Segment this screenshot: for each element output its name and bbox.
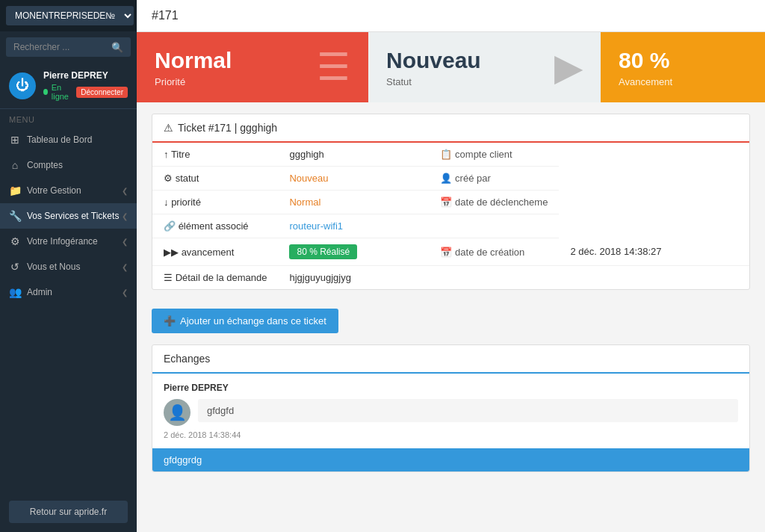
progress-value: 80 % bbox=[619, 48, 669, 73]
warning-icon: ⚠ bbox=[164, 122, 173, 134]
status-play-icon: ▶ bbox=[554, 46, 583, 89]
cree-par-icon: 👤 bbox=[440, 173, 452, 184]
priorite-value: Normal bbox=[278, 191, 429, 214]
table-row: ↑ Titre ggghigh 📋 compte client bbox=[152, 143, 749, 167]
avancement-label: ▶▶ avancement bbox=[152, 238, 278, 266]
element-label: 🔗 élément associé bbox=[152, 214, 278, 238]
exchange-bubble: 👤 gfdgfd bbox=[164, 399, 738, 426]
add-exchange-section: ➕ Ajouter un échange dans ce ticket bbox=[137, 301, 765, 344]
ticket-detail-section: ⚠ Ticket #171 | ggghigh ↑ Titre ggghigh … bbox=[152, 114, 750, 290]
menu-label: Menu bbox=[0, 109, 137, 127]
sidebar-item-votre-gestion[interactable]: 📁 Votre Gestion ❮ bbox=[0, 178, 137, 203]
progress-card: 80 % Avancement bbox=[601, 32, 765, 102]
date-declenchement-label: 📅 date de déclencheme bbox=[429, 191, 559, 214]
titre-icon: ↑ bbox=[164, 149, 169, 160]
detail-value: hjgjguyugjgjyg bbox=[278, 266, 749, 290]
chevron-right-icon: ❮ bbox=[122, 238, 128, 246]
search-container: 🔍 bbox=[0, 31, 137, 63]
sidebar-footer: Retour sur apride.fr bbox=[0, 492, 137, 532]
table-row: ▶▶ avancement 80 % Réalisé 📅 date de cré… bbox=[152, 238, 749, 266]
dashboard-icon: ⊞ bbox=[9, 134, 21, 146]
progress-label: Avancement bbox=[619, 76, 672, 87]
table-row: ⚙ statut Nouveau 👤 créé par bbox=[152, 167, 749, 191]
avancement-icon: ▶▶ bbox=[164, 247, 179, 258]
table-row: ☰ Détail de la demande hjgjguyugjgjyg bbox=[152, 266, 749, 290]
status-value: Nouveau bbox=[386, 48, 481, 73]
exchanges-title: Echanges bbox=[152, 345, 749, 374]
priority-icon: ☰ bbox=[317, 46, 350, 89]
sidebar-item-label: Comptes bbox=[27, 160, 63, 170]
cree-par-label: 👤 créé par bbox=[429, 167, 559, 191]
date-creation-value: 2 déc. 2018 14:38:27 bbox=[559, 238, 749, 266]
chevron-right-icon: ❮ bbox=[122, 212, 128, 220]
ticket-section-title: Ticket #171 | ggghigh bbox=[178, 122, 277, 134]
table-row: ↓ priorité Normal 📅 date de déclencheme bbox=[152, 191, 749, 214]
calendar-icon: 📅 bbox=[440, 197, 452, 208]
user-status-row: En ligne Déconnecter bbox=[43, 83, 128, 101]
sidebar-top: MONENTREPRISEDE№ ⊞ bbox=[0, 0, 137, 31]
status-cards: Normal Priorité ☰ Nouveau Statut ▶ 80 % … bbox=[137, 32, 765, 102]
vous-et-nous-icon: ↺ bbox=[9, 261, 21, 273]
date-creation-label: date de création bbox=[455, 247, 524, 258]
search-icon: 🔍 bbox=[111, 42, 123, 53]
priority-value: Normal bbox=[155, 48, 232, 73]
status-card: Nouveau Statut ▶ bbox=[368, 32, 601, 102]
statut-icon: ⚙ bbox=[164, 173, 173, 184]
back-button[interactable]: Retour sur apride.fr bbox=[9, 501, 128, 523]
sidebar-item-votre-infogerance[interactable]: ⚙ Votre Infogérance ❮ bbox=[0, 229, 137, 254]
titre-value: ggghigh bbox=[278, 143, 429, 167]
ticket-fields-table: ↑ Titre ggghigh 📋 compte client ⚙ statut… bbox=[152, 143, 749, 289]
sidebar-item-label: Vous et Nous bbox=[27, 262, 80, 272]
compte-client-icon: 📋 bbox=[440, 149, 452, 160]
exchange-time: 2 déc. 2018 14:38:44 bbox=[164, 430, 738, 439]
main-content: #171 Normal Priorité ☰ Nouveau Statut ▶ … bbox=[137, 0, 765, 532]
sidebar-item-label: Votre Gestion bbox=[27, 185, 81, 196]
statut-label: ⚙ statut bbox=[152, 167, 278, 191]
sidebar-item-vous-et-nous[interactable]: ↺ Vous et Nous ❮ bbox=[0, 254, 137, 279]
user-info-section: ⏻ Pierre DEPREY En ligne Déconnecter bbox=[0, 63, 137, 109]
table-row: 🔗 élément associé routeur-wifi1 bbox=[152, 214, 749, 238]
titre-label: ↑ Titre bbox=[152, 143, 278, 167]
user-details: Pierre DEPREY En ligne Déconnecter bbox=[43, 70, 128, 101]
sidebar-item-comptes[interactable]: ⌂ Comptes bbox=[0, 152, 137, 178]
sidebar: MONENTREPRISEDE№ ⊞ 🔍 ⏻ Pierre DEPREY En … bbox=[0, 0, 137, 532]
exchanges-section: Echanges Pierre DEPREY 👤 gfdgfd 2 déc. 2… bbox=[152, 344, 750, 472]
priority-label: Priorité bbox=[155, 76, 232, 87]
gestion-icon: 📁 bbox=[9, 185, 21, 197]
avatar: ⏻ bbox=[9, 72, 36, 99]
detail-label: ☰ Détail de la demande bbox=[152, 266, 278, 290]
chevron-right-icon: ❮ bbox=[122, 187, 128, 195]
sidebar-item-label: Admin bbox=[27, 287, 52, 297]
ticket-section-header: ⚠ Ticket #171 | ggghigh bbox=[152, 114, 749, 143]
sidebar-item-vos-services-tickets[interactable]: 🔧 Vos Services et Tickets ❮ bbox=[0, 203, 137, 229]
sidebar-item-admin[interactable]: 👥 Admin ❮ bbox=[0, 279, 137, 305]
sidebar-item-label: Votre Infogérance bbox=[27, 236, 98, 247]
exchange-item: Pierre DEPREY 👤 gfdgfd 2 déc. 2018 14:38… bbox=[152, 374, 749, 448]
priorite-icon: ↓ bbox=[164, 197, 169, 208]
compte-client-label: 📋 compte client bbox=[429, 143, 559, 167]
status-label: Statut bbox=[386, 76, 481, 87]
status-dot bbox=[43, 89, 48, 95]
plus-icon: ➕ bbox=[164, 315, 176, 327]
sidebar-item-label: Tableau de Bord bbox=[27, 134, 92, 145]
ticket-number-header: #171 bbox=[137, 0, 765, 32]
user-name: Pierre DEPREY bbox=[43, 70, 128, 81]
sidebar-item-tableau-de-bord[interactable]: ⊞ Tableau de Bord bbox=[0, 127, 137, 152]
element-value[interactable]: routeur-wifi1 bbox=[278, 214, 559, 238]
add-exchange-button[interactable]: ➕ Ajouter un échange dans ce ticket bbox=[152, 309, 338, 333]
exchange-avatar: 👤 bbox=[164, 399, 191, 426]
disconnect-button[interactable]: Déconnecter bbox=[76, 87, 128, 98]
priority-card: Normal Priorité ☰ bbox=[137, 32, 368, 102]
company-select[interactable]: MONENTREPRISEDE№ bbox=[6, 6, 134, 25]
chevron-right-icon: ❮ bbox=[122, 288, 128, 297]
progress-badge: 80 % Réalisé bbox=[289, 244, 357, 259]
chevron-right-icon: ❮ bbox=[122, 263, 128, 271]
exchange-user-name: Pierre DEPREY bbox=[164, 383, 738, 393]
avancement-value-cell: 80 % Réalisé bbox=[278, 238, 429, 266]
sidebar-item-label: Vos Services et Tickets bbox=[27, 211, 119, 221]
services-icon: 🔧 bbox=[9, 210, 21, 222]
status-text: En ligne bbox=[52, 83, 73, 101]
statut-value: Nouveau bbox=[278, 167, 429, 191]
link-icon: 🔗 bbox=[164, 220, 176, 232]
priorite-label: ↓ priorité bbox=[152, 191, 278, 214]
